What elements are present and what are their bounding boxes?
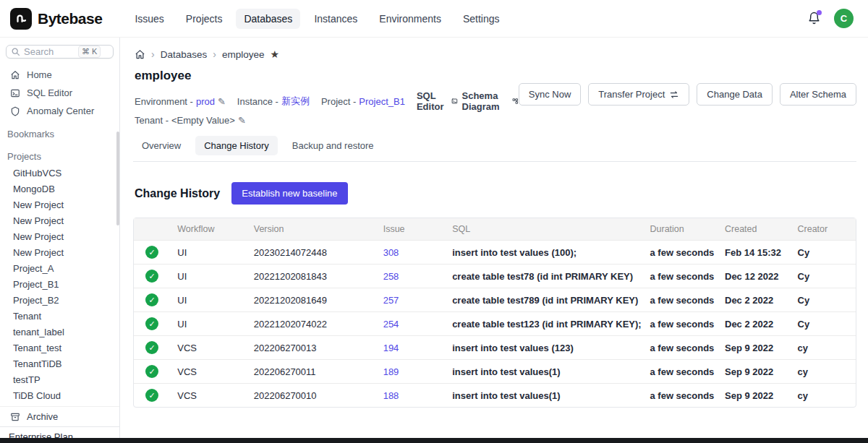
edit-tenant-icon[interactable]: ✎ — [238, 115, 246, 126]
sidebar-project-item[interactable]: TiDB Cloud — [0, 387, 119, 403]
notification-bell-icon[interactable] — [807, 12, 821, 25]
edit-environment-icon[interactable]: ✎ — [218, 96, 226, 107]
created-cell: Dec 2 2022 — [718, 311, 791, 335]
table-header-row: Workflow Version Issue SQL Duration Crea… — [134, 218, 856, 240]
sidebar-item-home[interactable]: Home — [0, 66, 119, 84]
workflow-cell: VCS — [170, 359, 247, 383]
history-table-row[interactable]: ✓ VCS 202206270013 194 insert into test … — [134, 335, 856, 359]
sidebar-project-item[interactable]: New Project — [0, 228, 119, 244]
search-box[interactable]: ⌘ K — [6, 45, 114, 59]
duration-cell: a few seconds — [642, 359, 718, 383]
alter-schema-button[interactable]: Alter Schema — [780, 83, 856, 106]
version-cell: 20221202081843 — [247, 264, 376, 288]
sidebar-project-item[interactable]: Project_B2 — [0, 292, 119, 308]
environment-link[interactable]: prod — [196, 96, 215, 107]
issue-link[interactable]: 254 — [383, 319, 399, 330]
nav-instances[interactable]: Instances — [306, 9, 365, 29]
project-item-label: New Project — [13, 199, 64, 210]
projects-section-label: Projects — [0, 147, 119, 165]
nav-projects[interactable]: Projects — [178, 9, 231, 29]
search-icon — [11, 47, 20, 56]
col-workflow: Workflow — [170, 218, 247, 240]
sidebar-project-item[interactable]: New Project — [0, 244, 119, 260]
breadcrumb-home-icon[interactable] — [135, 49, 145, 60]
sidebar-project-item[interactable]: Tenant_test — [0, 340, 119, 356]
history-tbody: ✓ UI 20230214072448 308 insert into test… — [134, 240, 856, 407]
nav-environments[interactable]: Environments — [371, 9, 449, 29]
project-item-label: New Project — [13, 215, 64, 226]
sql-editor-shortcut[interactable]: SQL Editor — [417, 90, 458, 112]
status-done-icon: ✓ — [145, 341, 158, 354]
history-table-row[interactable]: ✓ UI 20230214072448 308 insert into test… — [134, 240, 856, 264]
search-input[interactable] — [24, 46, 75, 57]
sidebar-project-item[interactable]: New Project — [0, 212, 119, 228]
establish-baseline-button[interactable]: Establish new baseline — [231, 182, 347, 205]
creator-cell: Cy — [791, 240, 856, 264]
issue-link[interactable]: 308 — [383, 247, 399, 258]
sidebar-item-archive[interactable]: Archive — [0, 406, 119, 426]
col-issue: Issue — [376, 218, 445, 240]
created-cell: Sep 9 2022 — [718, 383, 791, 407]
history-table-row[interactable]: ✓ UI 20221202074022 254 create table tes… — [134, 311, 856, 335]
sidebar-project-item[interactable]: tenant_label — [0, 324, 119, 340]
creator-cell: Cy — [791, 264, 856, 288]
tab-backup-restore[interactable]: Backup and restore — [284, 136, 383, 155]
version-cell: 202206270013 — [247, 335, 376, 359]
issue-link[interactable]: 258 — [383, 271, 399, 282]
created-cell: Dec 12 2022 — [718, 264, 791, 288]
history-table-row[interactable]: ✓ UI 20221202081649 257 create table tes… — [134, 288, 856, 311]
history-table-row[interactable]: ✓ VCS 202206270011 189 insert into test … — [134, 359, 856, 383]
issue-link[interactable]: 194 — [383, 343, 399, 353]
sidebar-item-sql-editor[interactable]: SQL Editor — [0, 84, 119, 102]
breadcrumb-employee[interactable]: employee — [222, 49, 265, 60]
nav-issues[interactable]: Issues — [127, 9, 171, 29]
tab-overview[interactable]: Overview — [133, 136, 190, 155]
workflow-cell: UI — [170, 288, 247, 311]
nav-databases[interactable]: Databases — [236, 9, 300, 29]
history-table-row[interactable]: ✓ UI 20221202081843 258 create table tes… — [134, 264, 856, 288]
sidebar-project-item[interactable]: Project_A — [0, 260, 119, 276]
status-done-icon: ✓ — [145, 365, 158, 378]
favorite-star-icon[interactable]: ★ — [270, 48, 279, 60]
transfer-project-button[interactable]: Transfer Project — [588, 83, 689, 106]
duration-cell: a few seconds — [642, 288, 718, 311]
sidebar-project-item[interactable]: New Project — [0, 197, 119, 212]
sidebar-item-anomaly-center[interactable]: Anomaly Center — [0, 102, 119, 120]
database-meta-line-2: Tenant - <Empty Value> ✎ — [133, 113, 519, 127]
sidebar-item-label: Home — [27, 69, 52, 80]
sidebar-item-label: Anomaly Center — [27, 106, 94, 116]
history-table-row[interactable]: ✓ VCS 202206270010 188 insert into test … — [134, 383, 856, 407]
tab-change-history[interactable]: Change History — [195, 136, 278, 155]
bottom-strip — [0, 438, 868, 443]
breadcrumb-databases[interactable]: Databases — [161, 49, 208, 60]
change-data-button[interactable]: Change Data — [697, 83, 773, 106]
issue-link[interactable]: 189 — [383, 366, 399, 377]
sidebar-project-item[interactable]: Project_B1 — [0, 276, 119, 292]
workflow-cell: UI — [170, 311, 247, 335]
project-item-label: Project_B1 — [13, 279, 59, 290]
sidebar-scrollbar[interactable] — [116, 132, 119, 225]
avatar[interactable]: C — [834, 9, 854, 28]
project-link[interactable]: Project_B1 — [359, 96, 405, 107]
issue-link[interactable]: 257 — [383, 295, 399, 306]
sidebar-project-item[interactable]: MongoDB — [0, 181, 119, 197]
col-sql: SQL — [445, 218, 642, 240]
sidebar-project-item[interactable]: TenantTiDB — [0, 356, 119, 371]
sql-editor-shortcut-label: SQL Editor — [417, 90, 448, 112]
sidebar-project-item[interactable]: testTP — [0, 371, 119, 387]
project-item-label: MongoDB — [13, 184, 55, 194]
project-item-label: New Project — [13, 247, 64, 258]
sidebar-project-item[interactable]: Tenant — [0, 308, 119, 324]
project-item-label: TiDB Cloud — [13, 390, 61, 401]
sync-now-button[interactable]: Sync Now — [519, 83, 582, 106]
brand[interactable]: Bytebase — [10, 8, 102, 30]
issue-link[interactable]: 188 — [383, 390, 399, 401]
instance-link[interactable]: 新实例 — [281, 95, 310, 108]
bytebase-logo-icon — [10, 8, 32, 30]
col-version: Version — [247, 218, 376, 240]
schema-diagram-shortcut[interactable]: Schema Diagram — [462, 90, 519, 112]
nav-settings[interactable]: Settings — [455, 9, 508, 29]
creator-cell: Cy — [791, 288, 856, 311]
sidebar-project-item[interactable]: GitHubVCS — [0, 165, 119, 181]
page-actions: Sync Now Transfer Project Change Data Al… — [519, 83, 856, 106]
